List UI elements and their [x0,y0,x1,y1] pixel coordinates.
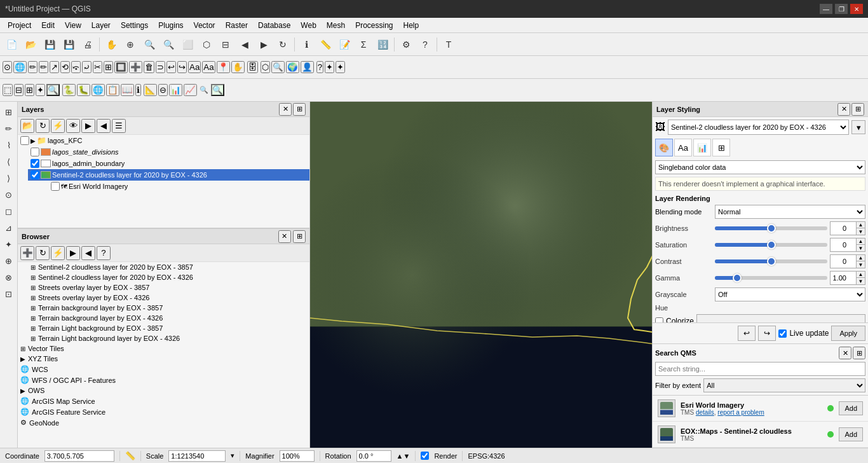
qms-close-btn[interactable]: ✕ [839,347,851,359]
browser-item-7[interactable]: ⊞ Terrain Light background layer by EOX … [18,333,309,343]
styling-close-btn[interactable]: ✕ [837,103,850,116]
digitize-btn-15[interactable]: ↩ [166,61,176,73]
plugin3-btn[interactable]: 🌍 [286,61,299,73]
open-table-btn[interactable]: 📊 [169,84,182,96]
renderer-select[interactable]: Singleband color data [655,160,865,174]
qms-filter-select[interactable]: All [703,378,865,392]
menu-settings[interactable]: Settings [116,20,153,31]
browser-item-4[interactable]: ⊞ Terrain background layer by EOX - 3857 [18,303,309,313]
stats-btn[interactable]: 📈 [184,84,197,96]
locate-btn[interactable]: 🔍 [46,84,60,96]
layout-btn[interactable]: 📋 [106,84,119,96]
browser-collapse-btn[interactable]: ◀ [81,246,95,260]
layers-filter-btn[interactable]: ⚡ [51,119,65,133]
left-tool-12[interactable]: ⊡ [1,286,17,301]
styling-redo-btn[interactable]: ↪ [758,326,776,341]
left-tool-7[interactable]: ◻ [1,204,17,219]
layer-item-admin[interactable]: lagos_admin_boundary [28,158,309,169]
browser-refresh-btn[interactable]: ↻ [36,246,50,260]
digitize-btn-extra[interactable]: ✦ [325,61,334,73]
tips-btn[interactable]: ℹ [135,84,141,96]
digitize-btn-18[interactable]: Aa [202,61,215,73]
qms-eox-add-btn[interactable]: Add [839,427,863,441]
left-tool-11[interactable]: ⊗ [1,270,17,285]
measure-button[interactable]: 📏 [316,36,334,53]
minimize-button[interactable]: — [820,4,832,14]
search-btn[interactable]: 🔍 [211,84,224,96]
zoom-prev-button[interactable]: ◀ [236,36,254,53]
browser-group-ows[interactable]: ▶ OWS [18,385,309,396]
browser-item-3[interactable]: ⊞ Streets overlay layer by EOX - 4326 [18,293,309,303]
menu-view[interactable]: View [60,20,86,31]
pan-map-button[interactable]: ⊕ [121,36,139,53]
colorize-checkbox[interactable] [655,317,663,323]
contrast-up[interactable]: ▲ [856,255,865,261]
layer-check-admin[interactable] [31,159,39,168]
contrast-slider-track[interactable] [715,259,827,263]
select-freehand-btn[interactable]: ✋ [231,61,245,73]
qms-esri-add-btn[interactable]: Add [839,401,863,415]
plugins-button[interactable]: ⚙ [397,36,415,53]
select-location-btn[interactable]: 📍 [217,61,230,73]
plugin4-btn[interactable]: 👤 [301,61,314,73]
menu-database[interactable]: Database [253,20,295,31]
menu-help[interactable]: Help [398,20,424,31]
browser-group-wfs[interactable]: 🌐 WFS / OGC API - Features [18,375,309,385]
layers-close-btn[interactable]: ✕ [279,103,292,116]
qms-float-btn[interactable]: ⊞ [853,347,865,359]
apply-button[interactable]: Apply [831,326,865,341]
statistics-button[interactable]: Σ [355,36,372,53]
digitize-btn-6[interactable]: ⟲ [60,61,70,73]
label-button[interactable]: T [440,36,458,53]
contrast-slider-thumb[interactable] [767,257,776,266]
layers-refresh-btn[interactable]: ↻ [36,119,50,133]
layers-options-btn[interactable]: ☰ [112,119,126,133]
sel-btn-1[interactable]: ⬚ [3,84,13,96]
digitize-btn-17[interactable]: Aa [188,61,201,73]
saturation-slider-thumb[interactable] [767,240,776,249]
digitize-btn-8[interactable]: ⤾ [82,61,92,73]
style-tab-label[interactable]: Aa [674,139,692,156]
annotation-button[interactable]: 📝 [336,36,353,53]
menu-raster[interactable]: Raster [220,20,253,31]
styling-layer-expand[interactable]: ▾ [851,120,865,134]
left-tool-4[interactable]: ⟨ [1,154,17,169]
layers-open-btn[interactable]: 📂 [20,119,34,133]
gamma-up[interactable]: ▲ [856,272,865,278]
gamma-down[interactable]: ▼ [856,278,865,284]
scale-input[interactable] [168,450,226,462]
zoom-layer-button[interactable]: ⬡ [198,36,215,53]
plugin2-btn[interactable]: 🔍 [271,61,285,73]
saturation-down[interactable]: ▼ [856,245,865,251]
style-tab-diagram[interactable]: 📊 [693,139,711,156]
save-project-button[interactable]: 💾 [41,36,58,53]
coordinate-input[interactable] [44,450,114,462]
layers-eye-btn[interactable]: 👁 [66,119,80,133]
digitize-btn-11[interactable]: 🔲 [114,61,128,73]
zoom-full-button[interactable]: ⬜ [179,36,196,53]
style-tab-paint[interactable]: 🎨 [655,139,673,156]
debug-btn[interactable]: 🐛 [77,84,90,96]
style-mgr-btn[interactable]: 🌐 [92,84,105,96]
field-calc-button[interactable]: 🔢 [374,36,391,53]
brightness-slider-thumb[interactable] [767,224,776,233]
contrast-down[interactable]: ▼ [856,261,865,268]
sel-btn-3[interactable]: ⊞ [25,84,34,96]
menu-plugins[interactable]: Plugins [153,20,188,31]
digitize-btn-12[interactable]: ➕ [129,61,142,73]
contrast-input[interactable]: 0 [831,255,856,268]
measure2-btn[interactable]: 📐 [144,84,157,96]
sel-btn-4[interactable]: ✦ [36,84,45,96]
magnifier-input[interactable] [280,450,315,462]
qms-esri-details-link[interactable]: details [696,409,714,416]
deselect-btn[interactable]: ⊖ [158,84,168,96]
close-button[interactable]: ✕ [850,4,863,14]
left-tool-8[interactable]: ⊿ [1,220,17,235]
browser-item-0[interactable]: ⊞ Sentinel-2 cloudless layer for 2020 by… [18,262,309,272]
browser-group-arcgis-map[interactable]: 🌐 ArcGIS Map Service [18,396,309,406]
saturation-up[interactable]: ▲ [856,238,865,245]
render-checkbox[interactable] [421,452,429,460]
menu-processing[interactable]: Processing [350,20,398,31]
browser-item-6[interactable]: ⊞ Terrain Light background by EOX - 3857 [18,323,309,333]
pan-button[interactable]: ✋ [102,36,120,53]
